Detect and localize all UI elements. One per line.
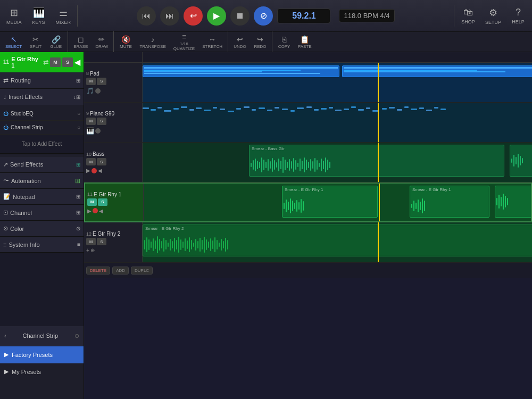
svg-rect-35 xyxy=(411,109,417,110)
record-button[interactable]: ↩ xyxy=(184,6,203,26)
select-tool[interactable]: ↖ SELECT xyxy=(2,34,25,50)
tap-add-effect[interactable]: Tap to Add Effect xyxy=(0,135,84,154)
delete-button[interactable]: DELETE xyxy=(86,267,110,275)
svg-rect-40 xyxy=(251,163,252,167)
color-section[interactable]: ⊙ Color ⊙ xyxy=(0,221,84,237)
bass-mute-button[interactable]: M xyxy=(86,158,96,165)
pad-solo-button[interactable]: S xyxy=(97,78,106,85)
piano-icon: 🎹 xyxy=(86,127,94,135)
routing-expand-icon: ⊞ xyxy=(76,78,80,84)
stretch-tool[interactable]: ↔ STRETCH xyxy=(199,34,226,50)
erase-tool[interactable]: ◻ ERASE xyxy=(70,34,91,50)
gtr2-mute-button[interactable]: M xyxy=(86,238,96,245)
automation-section[interactable]: 〜 Automation ⊞ xyxy=(0,173,84,189)
fastforward-button[interactable]: ⏭ xyxy=(160,6,179,26)
draw-tool[interactable]: ✏ DRAW xyxy=(92,34,111,50)
redo-tool[interactable]: ↪ REDO xyxy=(251,34,270,50)
svg-rect-23 xyxy=(321,108,327,110)
bass-solo-button[interactable]: S xyxy=(97,158,106,165)
channel-label: Channel xyxy=(10,210,32,216)
add-button[interactable]: ADD xyxy=(112,267,129,275)
duplicate-button[interactable]: DUPLC xyxy=(131,267,153,275)
pad-block-2[interactable] xyxy=(342,65,532,77)
track-lanes-gtr2[interactable]: Smear - E Gtr Rhy 2 xyxy=(143,222,532,262)
svg-rect-118 xyxy=(168,243,169,247)
loop-button[interactable]: ⊘ xyxy=(254,6,273,26)
insert-effects-header[interactable]: ↓ Insert Effects ↓⊞ xyxy=(0,89,84,105)
send-effects-header[interactable]: ↗ Send Effects ⊞ xyxy=(0,156,84,172)
undo-tool[interactable]: ↩ UNDO xyxy=(230,34,250,50)
gtr1-block-1[interactable]: Smear - E Gtr Rhy 1 xyxy=(282,186,378,218)
svg-rect-93 xyxy=(303,201,304,211)
play-button[interactable]: ▶ xyxy=(207,6,226,26)
factory-presets-item[interactable]: ▶ Factory Presets xyxy=(0,346,84,363)
svg-rect-125 xyxy=(182,242,184,248)
pad-block-1[interactable] xyxy=(143,65,339,77)
transpose-tool[interactable]: ♪ TRANSPOSE xyxy=(136,34,169,50)
track-s-button[interactable]: S xyxy=(62,57,73,67)
quantize-icon: ≡ xyxy=(182,32,186,41)
svg-rect-113 xyxy=(157,236,158,253)
top-toolbar: ⊞ MEDIA 🎹 KEYS ⚌ MIXER ⏮ ⏭ ↩ ▶ ⏹ ⊘ 59.2.… xyxy=(0,0,532,32)
routing-header[interactable]: ⇄ Routing ⊞ xyxy=(0,72,84,88)
studio-eq-item[interactable]: ⏻ StudioEQ ○ xyxy=(0,107,84,121)
svg-rect-94 xyxy=(411,204,412,208)
track-m-button[interactable]: M xyxy=(50,57,61,67)
routing-icon: ⇄ xyxy=(3,77,9,84)
split-tool[interactable]: ✂ SPLIT xyxy=(26,34,45,50)
svg-rect-62 xyxy=(297,163,298,167)
gtr2-block[interactable]: Smear - E Gtr Rhy 2 xyxy=(143,225,532,256)
svg-rect-64 xyxy=(302,161,303,169)
system-info-section[interactable]: ≡ System Info ≡ xyxy=(0,237,84,253)
track-row-gtr2: 12 E Gtr Rhy 2 M S + ⊕ Smear - E Gtr Rhy… xyxy=(84,222,532,262)
glue-tool[interactable]: 🔗 GLUE xyxy=(46,34,65,50)
pad-mute-button[interactable]: M xyxy=(86,78,96,85)
svg-rect-58 xyxy=(289,159,290,171)
svg-rect-129 xyxy=(191,240,192,250)
notepad-section[interactable]: 📝 Notepad ⊞ xyxy=(0,189,84,205)
track-lanes-piano[interactable] xyxy=(143,103,532,142)
help-button[interactable]: ? HELP xyxy=(506,2,530,30)
copy-icon: ⎘ xyxy=(282,35,286,44)
active-track-num: 11 xyxy=(3,59,9,65)
gtr1-block-3[interactable] xyxy=(495,186,531,218)
track-info-piano: 9 Piano S90 M S 🎹 xyxy=(84,103,143,142)
undo-icon: ↩ xyxy=(237,35,243,44)
copy-tool[interactable]: ⎘ COPY xyxy=(275,34,294,50)
paste-tool[interactable]: 📋 PASTE xyxy=(295,34,315,50)
nav-left-arrow[interactable]: ‹ xyxy=(4,332,6,339)
bass-block-2[interactable] xyxy=(510,145,532,177)
piano-solo-button[interactable]: S xyxy=(97,118,106,125)
svg-rect-1 xyxy=(151,109,156,111)
svg-rect-54 xyxy=(280,161,281,169)
media-button[interactable]: ⊞ MEDIA xyxy=(2,2,26,30)
svg-rect-27 xyxy=(351,106,356,108)
channel-section[interactable]: ⊡ Channel ⊞ xyxy=(0,205,84,221)
channel-strip-effect-item[interactable]: ⏻ Channel Strip ○ xyxy=(0,121,84,135)
svg-rect-85 xyxy=(286,200,287,212)
gtr1-mute-button[interactable]: M xyxy=(87,198,97,206)
track-row-bass: 10 Bass M S ▶ ◀ Smea xyxy=(84,143,532,182)
keys-button[interactable]: 🎹 KEYS xyxy=(27,2,51,30)
gtr1-block-2[interactable]: Smear - E Gtr Rhy 1 xyxy=(410,186,489,218)
gtr2-solo-button[interactable]: S xyxy=(97,238,106,245)
track-lanes-bass[interactable]: Smear - Bass Gtr xyxy=(143,143,532,182)
shop-button[interactable]: 🛍 SHOP xyxy=(456,2,480,30)
quantize-tool[interactable]: ≡ 1/16 QUANTIZE xyxy=(170,31,198,52)
color-icon: ⊙ xyxy=(3,225,8,232)
mixer-button[interactable]: ⚌ MIXER xyxy=(52,2,76,30)
mixer-icon: ⚌ xyxy=(59,7,68,19)
my-presets-item[interactable]: ▶ My Presets xyxy=(0,363,84,380)
stop-button[interactable]: ⏹ xyxy=(230,6,250,26)
rewind-button[interactable]: ⏮ xyxy=(137,6,156,26)
bass-block[interactable]: Smear - Bass Gtr xyxy=(249,145,504,177)
mute-tool[interactable]: 🔇 MUTE xyxy=(116,34,135,50)
track-lanes-gtr1[interactable]: Smear - E Gtr Rhy 1 xyxy=(144,184,531,221)
piano-mute-button[interactable]: M xyxy=(86,118,96,125)
bass-rec-dot xyxy=(92,168,97,173)
setup-button[interactable]: ⚙ SETUP xyxy=(481,2,505,30)
gtr1-solo-button[interactable]: S xyxy=(98,198,107,206)
shop-icon: 🛍 xyxy=(463,7,473,18)
track-lanes-pad[interactable] xyxy=(143,63,532,102)
svg-rect-120 xyxy=(172,241,173,248)
